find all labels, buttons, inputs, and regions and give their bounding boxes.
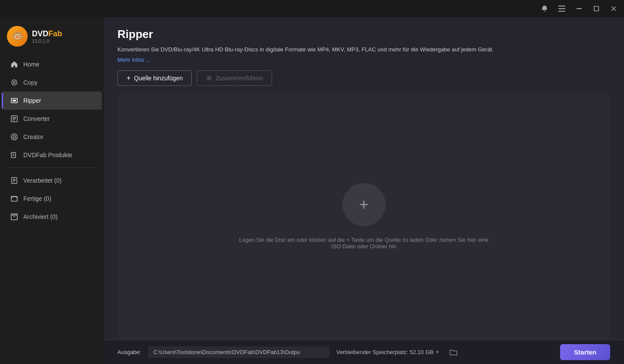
sidebar-label-fertige: Fertige (0): [23, 195, 51, 202]
storage-text: Verbleibender Speicherplatz: 52.10 GB: [336, 349, 434, 355]
svg-rect-10: [13, 100, 16, 101]
app-logo: 🐵: [7, 26, 28, 47]
maximize-button[interactable]: [591, 3, 602, 14]
start-button[interactable]: Starten: [560, 344, 610, 360]
sidebar-item-fertige[interactable]: Fertige (0): [2, 190, 102, 208]
sidebar-item-archiviert[interactable]: Archiviert (0): [2, 208, 102, 226]
merge-button[interactable]: ⌘ Zusammenführen: [197, 70, 272, 86]
sidebar-item-converter[interactable]: Converter: [2, 110, 102, 128]
sidebar-item-dvdfab-produkte[interactable]: DVDFab Produkte: [2, 146, 102, 164]
sidebar-item-home[interactable]: Home: [2, 55, 102, 73]
ripper-icon: [10, 97, 18, 104]
sidebar-item-ripper[interactable]: Ripper: [2, 92, 102, 110]
sidebar-label-converter: Converter: [23, 115, 50, 122]
sidebar-item-creator[interactable]: Creator: [2, 128, 102, 146]
converter-icon: [10, 115, 18, 123]
page-title: Ripper: [117, 28, 610, 41]
svg-point-7: [12, 80, 17, 85]
logo-area: 🐵 DVDFab 13.0.1.0: [0, 21, 104, 55]
svg-rect-0: [558, 6, 565, 6]
dvdfab-produkte-icon: [10, 151, 18, 159]
add-source-circle-button[interactable]: +: [342, 183, 386, 226]
svg-point-8: [13, 82, 15, 83]
more-info-link[interactable]: Mehr Infos ...: [117, 57, 150, 63]
app-version: 13.0.1.0: [32, 38, 62, 44]
svg-rect-26: [11, 214, 17, 215]
sidebar-label-verarbeitet: Verarbeitet (0): [23, 177, 62, 184]
sidebar-item-verarbeitet[interactable]: Verarbeitet (0): [2, 171, 102, 190]
close-button[interactable]: [608, 3, 619, 14]
content-header: Ripper Konvertieren Sie DVD/Blu-ray/4K U…: [104, 17, 624, 93]
sidebar-label-copy: Copy: [23, 79, 38, 86]
drop-hint-text: Legen Sie die Disc ein oder klicken auf …: [234, 237, 494, 250]
output-path: C:\Users\Toolstone\Documents\DVDFab\DVDF…: [148, 346, 329, 358]
app-name: DVDFab: [32, 29, 62, 38]
svg-rect-4: [594, 6, 599, 11]
notification-icon[interactable]: [539, 3, 550, 14]
hamburger-menu-icon[interactable]: [557, 3, 567, 14]
svg-rect-2: [558, 11, 565, 12]
svg-rect-1: [558, 8, 565, 9]
fertige-icon: [10, 195, 18, 203]
output-label: Ausgabe:: [117, 349, 141, 355]
merge-icon: ⌘: [206, 75, 212, 82]
sidebar-label-archiviert: Archiviert (0): [23, 213, 57, 220]
home-icon: [10, 60, 18, 68]
sidebar-label-ripper: Ripper: [23, 97, 41, 104]
sidebar: 🐵 DVDFab 13.0.1.0 Home: [0, 17, 104, 364]
sidebar-item-copy[interactable]: Copy: [2, 73, 102, 92]
storage-dropdown-arrow: ▼: [435, 350, 440, 355]
sidebar-label-creator: Creator: [23, 133, 44, 140]
sidebar-label-home: Home: [23, 61, 39, 68]
creator-icon: [10, 133, 18, 141]
titlebar: [0, 0, 624, 17]
copy-icon: [10, 79, 18, 86]
add-source-button[interactable]: + Quelle hinzufügen: [117, 70, 192, 86]
app-body: 🐵 DVDFab 13.0.1.0 Home: [0, 17, 624, 364]
drop-area[interactable]: + Legen Sie die Disc ein oder klicken au…: [117, 93, 610, 340]
archiviert-icon: [10, 213, 18, 221]
main-content: Ripper Konvertieren Sie DVD/Blu-ray/4K U…: [104, 17, 624, 364]
storage-info[interactable]: Verbleibender Speicherplatz: 52.10 GB ▼: [336, 349, 440, 355]
sidebar-label-dvdfab-produkte: DVDFab Produkte: [23, 152, 73, 158]
app-brand: DVDFab 13.0.1.0: [32, 29, 62, 44]
svg-point-16: [13, 136, 16, 138]
svg-rect-17: [11, 152, 16, 158]
svg-rect-3: [576, 8, 582, 9]
minimize-button[interactable]: [574, 3, 584, 14]
plus-icon: +: [127, 74, 130, 82]
folder-button[interactable]: [447, 345, 460, 359]
sidebar-divider: [7, 168, 97, 168]
drop-plus-icon: +: [359, 197, 368, 212]
svg-point-15: [11, 134, 17, 140]
svg-rect-25: [11, 215, 17, 220]
page-description: Konvertieren Sie DVD/Blu-ray/4K Ultra HD…: [117, 45, 610, 54]
verarbeitet-icon: [10, 177, 18, 184]
action-buttons: + Quelle hinzufügen ⌘ Zusammenführen: [117, 70, 610, 86]
bottom-bar: Ausgabe: C:\Users\Toolstone\Documents\DV…: [104, 340, 624, 364]
